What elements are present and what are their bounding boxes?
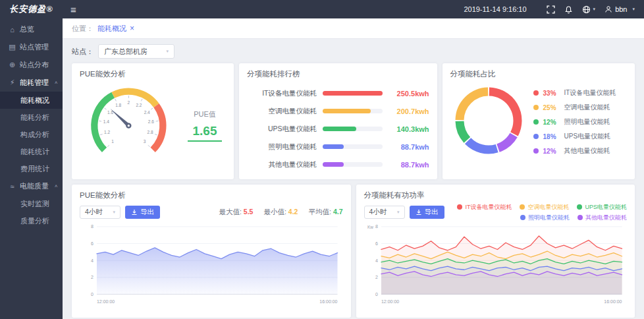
legend-item[interactable]: 12%其他电量仪能耗 [533, 144, 627, 158]
fullscreen-icon[interactable] [547, 5, 555, 14]
legend-dot-icon [533, 134, 539, 139]
legend-item[interactable]: 18%UPS电量仪能耗 [533, 129, 627, 144]
caret-down-icon: ▾ [593, 7, 596, 12]
tab-label: 能耗概况 [97, 24, 126, 34]
sidebar-item-label: 能耗管理 [20, 78, 49, 88]
pue-value-label: PUE值 [184, 109, 226, 119]
legend-percent: 12% [543, 148, 564, 155]
legend-percent: 18% [543, 133, 564, 140]
rank-row: 空调电量仪能耗200.7kwh [247, 102, 429, 120]
sidebar-subitem-energy-analysis[interactable]: 能耗分析 [0, 109, 63, 126]
topbar: 长安德盈® ≡ 2019-11-14 9:16:10 ▾ [0, 0, 644, 18]
close-icon[interactable]: × [130, 24, 134, 32]
station-select-value: 广东总部机房 [104, 47, 148, 57]
rank-bar-fill [323, 91, 383, 96]
export-button[interactable]: 导出 [125, 206, 160, 219]
legend-dot-icon [533, 148, 539, 154]
svg-text:1.8: 1.8 [115, 103, 121, 107]
legend-label: 照明电量仪能耗 [564, 117, 610, 127]
legend-item[interactable]: 照明电量仪能耗 [520, 214, 570, 222]
bell-icon[interactable] [564, 5, 573, 14]
energy-share-card: 分项能耗占比 33%IT设备电量仪能耗25%空调电量仪能耗12%照明电量仪能耗1… [443, 63, 635, 179]
pue-stats: 最大值:5.5最小值:4.2平均值:4.7 [219, 208, 342, 217]
station-row: 站点： 广东总部机房 ▾ [63, 39, 644, 63]
station-select[interactable]: 广东总部机房 ▾ [98, 44, 174, 59]
language-menu[interactable]: ▾ [582, 5, 596, 14]
sidebar-item-power-quality[interactable]: ≈电能质量∧ [0, 177, 63, 195]
rank-label: UPS电量仪能耗 [247, 125, 317, 134]
pue-area-chart: 0246812:00:0016:00:00 [80, 221, 343, 312]
legend-label: 其他电量仪能耗 [564, 146, 610, 156]
legend-item[interactable]: 33%IT设备电量仪能耗 [533, 86, 627, 100]
legend-item[interactable]: IT设备电量仪能耗 [457, 203, 512, 212]
legend-dot-icon [577, 215, 583, 220]
tab-energy-overview[interactable]: 能耗概况 × [97, 24, 134, 34]
sidebar-subitem-realtime-monitor[interactable]: 实时监测 [0, 195, 63, 212]
card-title: 分项能耗有功功率 [364, 190, 628, 200]
legend-label: IT设备电量仪能耗 [564, 88, 616, 98]
chevron-up-icon: ∧ [54, 184, 58, 188]
pue-value: 1.65 [188, 124, 223, 142]
username: bbn [615, 5, 627, 13]
quality-icon: ≈ [7, 183, 17, 190]
legend-label: IT设备电量仪能耗 [465, 203, 512, 212]
legend-item[interactable]: 12%照明电量仪能耗 [533, 115, 627, 129]
svg-text:12:00:00: 12:00:00 [381, 299, 398, 304]
svg-text:16:00:00: 16:00:00 [319, 299, 337, 304]
svg-text:6: 6 [375, 241, 378, 246]
pue-value-block: PUE值 1.65 [184, 79, 226, 142]
period-select[interactable]: 4小时 ▾ [364, 206, 405, 219]
sidebar-item-label: 电能质量 [20, 181, 49, 191]
legend-dot-icon [520, 204, 525, 210]
globe-icon [582, 5, 591, 14]
export-button[interactable]: 导出 [410, 206, 444, 219]
home-icon: ⌂ [7, 26, 17, 34]
rank-label: 照明电量仪能耗 [247, 142, 317, 152]
pue-gauge-chart: 11.21.41.61.822.22.42.62.83 [80, 79, 184, 166]
pue-trend-card: PUE能效分析 4小时 ▾ 导出 最大值:5.5最小值:4.2平均值:4.7 0… [72, 185, 351, 318]
svg-text:16:00:00: 16:00:00 [604, 299, 622, 304]
caret-down-icon: ▾ [632, 7, 635, 12]
sidebar-subitem-quality-analysis[interactable]: 质量分析 [0, 212, 63, 229]
rank-row: 照明电量仪能耗88.7kwh [247, 138, 429, 156]
sidebar-item-site-mgmt[interactable]: ▤站点管理 [0, 38, 63, 56]
stat-value: 5.5 [244, 208, 254, 216]
sidebar-item-energy-mgmt[interactable]: ⚡能耗管理∧ [0, 74, 63, 92]
power-trend-card: 分项能耗有功功率 4小时 ▾ 导出 IT设备电量仪能耗空调电量仪能耗UPS电量仪… [356, 185, 635, 318]
sidebar-subitem-energy-overview[interactable]: 能耗概况 [0, 92, 63, 109]
rank-bar [323, 127, 383, 131]
legend-percent: 33% [543, 90, 564, 97]
rank-label: IT设备电量仪能耗 [247, 89, 317, 98]
svg-text:6: 6 [91, 241, 94, 246]
rank-bar-fill [323, 109, 371, 113]
sidebar-item-site-dist[interactable]: ⊕站点分布 [0, 56, 63, 74]
legend-percent: 25% [543, 104, 564, 111]
sidebar-subitem-cost-stats[interactable]: 费用统计 [0, 160, 63, 177]
legend-item[interactable]: UPS电量仪能耗 [577, 203, 627, 212]
stat-value: 4.2 [288, 208, 298, 216]
legend-item[interactable]: 空调电量仪能耗 [520, 203, 569, 212]
sidebar-subitem-composition-analysis[interactable]: 构成分析 [0, 126, 63, 143]
rank-value: 88.7kwh [389, 143, 429, 151]
stat-label: 最小值: [263, 208, 286, 216]
sidebar-item-overview[interactable]: ⌂总览 [0, 20, 63, 38]
card-title: 分项能耗占比 [450, 69, 627, 79]
legend-label: UPS电量仪能耗 [585, 203, 627, 212]
menu-icon[interactable]: ≡ [70, 4, 76, 15]
legend-item[interactable]: 其他电量仪能耗 [577, 214, 627, 222]
svg-text:1.2: 1.2 [104, 130, 110, 135]
stat-value: 4.7 [333, 208, 343, 216]
rank-bar [323, 109, 383, 113]
rank-row: 其他电量仪能耗88.7kwh [247, 156, 429, 173]
legend-dot-icon [533, 119, 539, 125]
sidebar-subitem-energy-stats[interactable]: 能耗统计 [0, 143, 63, 160]
rank-value: 88.7kwh [389, 161, 429, 169]
app-root: 长安德盈® ≡ 2019-11-14 9:16:10 ▾ [0, 0, 644, 319]
period-select[interactable]: 4小时 ▾ [80, 206, 121, 219]
site-icon: ▤ [7, 43, 17, 51]
user-menu[interactable]: bbn ▾ [604, 5, 635, 13]
legend-percent: 12% [543, 119, 564, 126]
chevron-up-icon: ∧ [54, 80, 58, 85]
legend-item[interactable]: 25%空调电量仪能耗 [533, 100, 627, 115]
stat-label: 最大值: [219, 208, 241, 216]
